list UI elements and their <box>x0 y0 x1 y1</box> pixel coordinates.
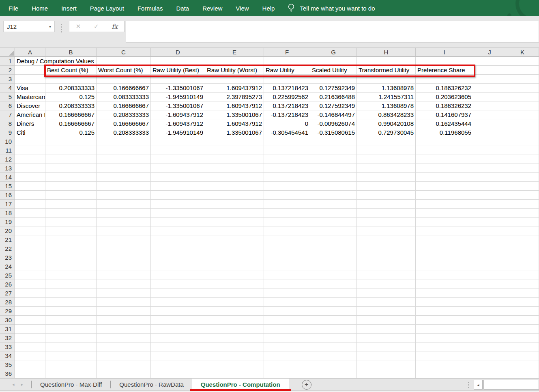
cell-J7[interactable] <box>473 110 506 119</box>
row-header-23[interactable]: 23 <box>0 253 15 262</box>
cell-B2[interactable]: Best Count (%) <box>45 66 97 75</box>
cell-G5[interactable]: 0.216366488 <box>310 93 357 101</box>
cell-B8[interactable]: 0.166666667 <box>45 119 97 128</box>
cell-K22[interactable] <box>506 244 539 253</box>
cell-G24[interactable] <box>310 262 357 271</box>
cell-E23[interactable] <box>205 253 264 262</box>
cell-F31[interactable] <box>264 325 310 334</box>
cell-D25[interactable] <box>151 271 205 280</box>
cell-D3[interactable] <box>151 75 205 84</box>
cell-D9[interactable]: -1.945910149 <box>151 128 205 137</box>
cell-K35[interactable] <box>506 360 539 369</box>
cell-H13[interactable] <box>357 164 416 173</box>
column-header-B[interactable]: B <box>45 48 97 57</box>
cell-C27[interactable] <box>97 289 151 298</box>
cell-B26[interactable] <box>45 280 97 289</box>
cell-F33[interactable] <box>264 342 310 351</box>
cell-A28[interactable] <box>15 298 45 307</box>
cell-I14[interactable] <box>416 173 473 182</box>
cell-G12[interactable] <box>310 155 357 164</box>
cell-G4[interactable]: 0.127592349 <box>310 84 357 93</box>
cell-H22[interactable] <box>357 244 416 253</box>
cell-C12[interactable] <box>97 155 151 164</box>
cell-A4[interactable]: Visa <box>15 84 45 93</box>
ribbon-tab-page-layout[interactable]: Page Layout <box>90 5 124 12</box>
cell-A33[interactable] <box>15 342 45 351</box>
cell-A9[interactable]: Citi <box>15 128 45 137</box>
cell-H17[interactable] <box>357 200 416 209</box>
cell-J17[interactable] <box>473 200 506 209</box>
formula-input[interactable] <box>126 21 539 43</box>
cell-H33[interactable] <box>357 342 416 351</box>
cell-H1[interactable] <box>357 57 416 66</box>
cell-A12[interactable] <box>15 155 45 164</box>
row-header-8[interactable]: 8 <box>0 119 15 128</box>
cell-B6[interactable]: 0.208333333 <box>45 101 97 110</box>
cell-D36[interactable] <box>151 369 205 378</box>
cell-J34[interactable] <box>473 351 506 360</box>
cell-A18[interactable] <box>15 209 45 218</box>
cell-B17[interactable] <box>45 200 97 209</box>
cell-A24[interactable] <box>15 262 45 271</box>
cell-E19[interactable] <box>205 218 264 226</box>
cell-H10[interactable] <box>357 137 416 146</box>
cell-E15[interactable] <box>205 182 264 191</box>
cell-H29[interactable] <box>357 307 416 316</box>
cell-D24[interactable] <box>151 262 205 271</box>
cell-F35[interactable] <box>264 360 310 369</box>
cell-B4[interactable]: 0.208333333 <box>45 84 97 93</box>
cell-J21[interactable] <box>473 235 506 244</box>
cell-A23[interactable] <box>15 253 45 262</box>
cell-F28[interactable] <box>264 298 310 307</box>
row-header-10[interactable]: 10 <box>0 137 15 146</box>
enter-icon[interactable]: ✓ <box>94 23 99 30</box>
cell-J16[interactable] <box>473 191 506 200</box>
cell-C4[interactable]: 0.166666667 <box>97 84 151 93</box>
cell-G35[interactable] <box>310 360 357 369</box>
cell-I8[interactable]: 0.162435444 <box>416 119 473 128</box>
cell-K11[interactable] <box>506 146 539 155</box>
ribbon-tab-file[interactable]: File <box>9 5 18 12</box>
cell-C15[interactable] <box>97 182 151 191</box>
cell-C20[interactable] <box>97 226 151 235</box>
cell-J8[interactable] <box>473 119 506 128</box>
column-header-I[interactable]: I <box>416 48 473 57</box>
cell-I26[interactable] <box>416 280 473 289</box>
cell-E34[interactable] <box>205 351 264 360</box>
cell-G28[interactable] <box>310 298 357 307</box>
cell-K16[interactable] <box>506 191 539 200</box>
cell-B32[interactable] <box>45 334 97 342</box>
sheet-tab-questionpro-rawdata[interactable]: QuestionPro - RawData <box>111 379 192 390</box>
name-box[interactable]: J12 ▾ <box>3 21 55 32</box>
row-header-33[interactable]: 33 <box>0 342 15 351</box>
cell-D34[interactable] <box>151 351 205 360</box>
cell-A3[interactable] <box>15 75 45 84</box>
cell-C36[interactable] <box>97 369 151 378</box>
cell-H16[interactable] <box>357 191 416 200</box>
cell-K28[interactable] <box>506 298 539 307</box>
cell-K2[interactable] <box>506 66 539 75</box>
cell-E4[interactable]: 1.609437912 <box>205 84 264 93</box>
insert-function-icon[interactable]: fx <box>112 23 118 30</box>
cell-J14[interactable] <box>473 173 506 182</box>
column-header-K[interactable]: K <box>506 48 539 57</box>
row-header-5[interactable]: 5 <box>0 93 15 101</box>
cell-E20[interactable] <box>205 226 264 235</box>
row-header-22[interactable]: 22 <box>0 244 15 253</box>
cell-J1[interactable] <box>473 57 506 66</box>
cell-G25[interactable] <box>310 271 357 280</box>
cell-K10[interactable] <box>506 137 539 146</box>
row-header-6[interactable]: 6 <box>0 101 15 110</box>
cell-F11[interactable] <box>264 146 310 155</box>
cell-A16[interactable] <box>15 191 45 200</box>
hscroll-track[interactable] <box>483 380 539 390</box>
cell-A19[interactable] <box>15 218 45 226</box>
cell-E36[interactable] <box>205 369 264 378</box>
cell-J23[interactable] <box>473 253 506 262</box>
cell-E12[interactable] <box>205 155 264 164</box>
cell-B24[interactable] <box>45 262 97 271</box>
cell-K7[interactable] <box>506 110 539 119</box>
cell-E25[interactable] <box>205 271 264 280</box>
cell-C22[interactable] <box>97 244 151 253</box>
cell-D5[interactable]: -1.945910149 <box>151 93 205 101</box>
